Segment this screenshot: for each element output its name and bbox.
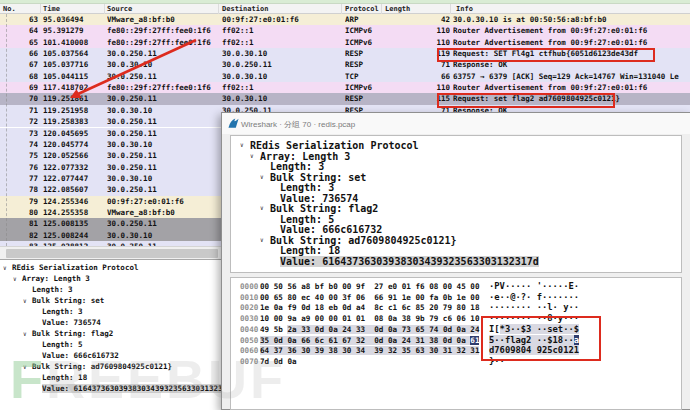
highlighted-bytes[interactable]: 64 37 36 30 39 38 30 34 39 32 35 63 30 3… [260, 346, 479, 355]
hex-bytes-row: 10 00 9a a9 00 00 01 01 08 0a 38 9b 79 c… [260, 314, 479, 323]
expand-arrow-icon[interactable]: ∨ [23, 297, 27, 304]
column-separator[interactable] [450, 4, 451, 14]
scrollbar-thumb[interactable] [6, 249, 218, 258]
wireshark-window: ^ No.TimeSourceDestinationProtocolLength… [0, 0, 690, 410]
tree-item[interactable]: Bulk String: set [32, 296, 104, 305]
tree-item[interactable]: Length: 3 [280, 182, 334, 193]
packet-row-65[interactable]: 65101.410008fe80::29f:27ff:fee0:1f6ff02:… [0, 37, 690, 48]
cell-info: Router Advertisement from 00:9f:27:e0:01… [453, 82, 690, 93]
tree-item[interactable]: Length: 18 [42, 373, 87, 382]
cell-src: 30.0.250.11 [107, 116, 220, 127]
expand-arrow-icon[interactable]: ∨ [260, 236, 264, 243]
packet-row-63[interactable]: 6395.036494VMware_a8:bf:b000:9f:27:e0:01… [0, 14, 690, 25]
cell-proto: RESP [345, 93, 383, 104]
packet-detail-pane: ∨REdis Serialization Protocol∨Array: Len… [0, 259, 222, 410]
hex-bytes-row: 00 65 80 ec 40 00 3f 06 66 91 1e 00 fa 0… [260, 293, 479, 302]
cell-time: 95.036494 [43, 14, 105, 25]
expand-arrow-icon[interactable]: ∨ [260, 173, 264, 180]
bytes[interactable]: 49 5b [260, 325, 287, 334]
column-header-length[interactable]: Length [385, 4, 410, 14]
cell-time: 120.045774 [43, 139, 105, 150]
tree-item[interactable]: Value: 736574 [42, 318, 101, 327]
hex-offset: 0020 [240, 303, 258, 312]
cell-dst: 30.0.30.10 [222, 93, 343, 104]
tree-item[interactable]: Value: 616437363039383034393235633031323… [280, 256, 539, 267]
hex-ascii-row: ·PV····· '·····E· [489, 281, 579, 291]
bytes[interactable]: 7d 0d 0a [260, 357, 297, 366]
cell-len: 110 [415, 37, 450, 48]
cell-src: 30.0.30.10 [107, 105, 220, 116]
cell-time: 101.410008 [43, 37, 105, 48]
cell-time: 119.251861 [43, 93, 105, 104]
tree-item[interactable]: Length: 18 [280, 245, 340, 256]
tree-item[interactable]: Array: Length 3 [260, 151, 350, 162]
cell-proto: TCP [345, 71, 383, 82]
packet-row-68[interactable]: 68105.04411530.0.250.1130.0.30.10TCP6663… [0, 71, 690, 82]
annotation-box-packet70 [437, 93, 615, 108]
expand-arrow-icon[interactable]: ∨ [250, 152, 254, 159]
highlighted-bytes[interactable]: 2a 33 0d 0a 24 33 0d 0a 73 65 74 0d 0a 2… [287, 325, 479, 334]
packet-row-69[interactable]: 69117.418702fe80::29f:27ff:fee0:1f6ff02:… [0, 82, 690, 93]
column-separator[interactable] [40, 4, 41, 14]
tree-item[interactable]: REdis Serialization Protocol [250, 140, 419, 151]
cell-info: Router Advertisement from 00:9f:27:e0:01… [453, 37, 690, 48]
tree-item[interactable]: Length: 3 [42, 307, 83, 316]
tree-item[interactable]: Value: 666c616732 [280, 224, 382, 235]
cell-src: 30.0.250.11 [107, 184, 220, 195]
expand-arrow-icon[interactable]: ∨ [240, 141, 244, 148]
bytes[interactable]: ·PV····· '·····E· [489, 281, 579, 291]
selected-byte[interactable]: 61 [470, 336, 479, 345]
highlighted-bytes[interactable]: 35 0d 0a 66 6c 61 67 32 0d 0a 24 31 38 0… [260, 336, 470, 345]
tree-item[interactable]: Bulk String: ad7609804925c0121} [32, 362, 172, 371]
tree-item[interactable]: Length: 3 [32, 285, 73, 294]
tree-item[interactable]: Value: 666c616732 [42, 351, 119, 360]
expand-arrow-icon[interactable]: ∨ [260, 204, 264, 211]
cell-time: 124.255346 [43, 196, 105, 207]
expand-arrow-icon[interactable]: ∨ [3, 264, 7, 271]
column-header-no[interactable]: No. [3, 4, 16, 14]
column-header-destination[interactable]: Destination [222, 4, 268, 14]
dialog-titlebar[interactable]: Wireshark · 分组 70 · redis.pcap [222, 113, 690, 134]
tree-item[interactable]: Bulk String: ad7609804925c0121} [270, 235, 457, 246]
packet-row-64[interactable]: 6495.391279fe80::29f:27ff:fee0:1f6ff02::… [0, 25, 690, 36]
cell-src: fe80::29f:27ff:fee0:1f6 [107, 25, 220, 36]
column-header-info[interactable]: Info [456, 4, 473, 14]
column-header-protocol[interactable]: Protocol [345, 4, 379, 14]
tree-item[interactable]: Length: 5 [42, 340, 83, 349]
expand-arrow-icon[interactable]: ∨ [13, 275, 17, 282]
cell-len: 110 [415, 82, 450, 93]
tree-item[interactable]: Array: Length 3 [22, 274, 90, 283]
column-header-time[interactable]: Time [43, 4, 60, 14]
bytes[interactable]: 00 65 80 ec 40 00 3f 06 66 91 1e 00 fa 0… [260, 293, 479, 302]
column-header-source[interactable]: Source [107, 4, 132, 14]
tree-item[interactable]: Bulk String: set [270, 172, 366, 183]
expand-arrow-icon[interactable]: ∨ [23, 330, 27, 337]
column-separator[interactable] [218, 4, 219, 14]
cell-src: VMware_a8:bf:b0 [107, 14, 220, 25]
tree-item[interactable]: Value: 616437363039383034393235633031323… [42, 384, 222, 393]
bytes[interactable]: ·e··@·?· f······· [489, 292, 579, 302]
cell-time: 125.008135 [43, 218, 105, 229]
cell-len: 66 [415, 71, 450, 82]
column-separator[interactable] [104, 4, 105, 14]
tree-item[interactable]: REdis Serialization Protocol [12, 263, 138, 272]
cell-src: 30.0.250.11 [107, 128, 220, 139]
bytes[interactable]: 00 50 56 a8 bf b0 00 9f 27 e0 01 f6 08 0… [260, 282, 479, 291]
bytes[interactable]: 1e 0a f9 0d 18 eb 0d a4 8c c1 6c 85 20 7… [260, 303, 479, 312]
tree-item[interactable]: Length: 5 [280, 214, 334, 225]
bytes[interactable]: 10 00 9a a9 00 00 01 01 08 0a 38 9b 79 c… [260, 314, 479, 323]
column-separator[interactable] [381, 4, 382, 14]
tree-item[interactable]: Value: 736574 [280, 193, 358, 204]
tree-item[interactable]: Bulk String: flag2 [32, 329, 113, 338]
column-separator[interactable] [341, 4, 342, 14]
cell-info: Router Advertisement from 00:9f:27:e0:01… [453, 25, 690, 36]
cell-time: 120.045695 [43, 128, 105, 139]
expand-arrow-icon[interactable]: ∨ [23, 363, 27, 370]
hex-offset: 0010 [240, 293, 258, 302]
cell-src: 00:9f:27:e0:01:f6 [107, 196, 220, 207]
bytes[interactable]: ········ ··l· y·· [489, 302, 579, 312]
tree-item[interactable]: Length: 3 [270, 161, 324, 172]
cell-src: 30.0.250.11 [107, 48, 220, 59]
hex-offset: 0000 [240, 282, 258, 291]
tree-item[interactable]: Bulk String: flag2 [270, 203, 378, 214]
